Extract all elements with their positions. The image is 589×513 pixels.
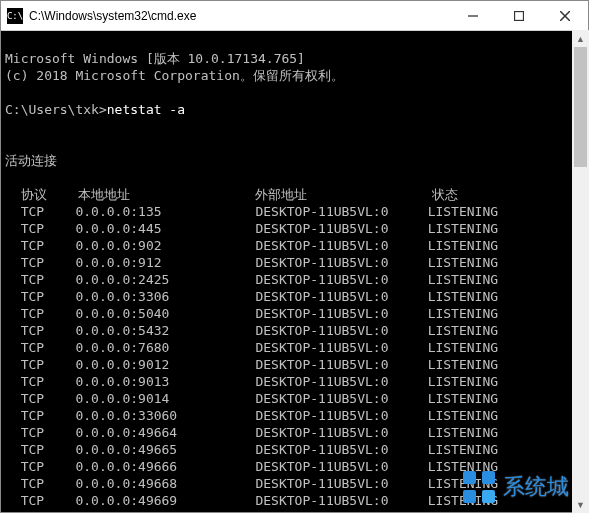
titlebar[interactable]: C:\ C:\Windows\system32\cmd.exe — [1, 1, 588, 31]
scrollbar-track[interactable] — [572, 47, 589, 496]
cmd-window: C:\ C:\Windows\system32\cmd.exe Microsof… — [0, 0, 589, 513]
close-icon — [560, 11, 570, 21]
vertical-scrollbar[interactable]: ▲ ▼ — [572, 30, 589, 513]
window-controls — [450, 1, 588, 30]
window-title: C:\Windows\system32\cmd.exe — [29, 9, 450, 23]
svg-rect-1 — [515, 11, 524, 20]
minimize-button[interactable] — [450, 1, 496, 30]
terminal-output[interactable]: Microsoft Windows [版本 10.0.17134.765] (c… — [1, 31, 588, 512]
maximize-icon — [514, 11, 524, 21]
maximize-button[interactable] — [496, 1, 542, 30]
minimize-icon — [468, 11, 478, 21]
close-button[interactable] — [542, 1, 588, 30]
scroll-up-arrow-icon[interactable]: ▲ — [572, 30, 589, 47]
scrollbar-thumb[interactable] — [574, 47, 587, 167]
scroll-down-arrow-icon[interactable]: ▼ — [572, 496, 589, 513]
terminal-text: Microsoft Windows [版本 10.0.17134.765] (c… — [5, 50, 584, 512]
cmd-icon: C:\ — [7, 8, 23, 24]
